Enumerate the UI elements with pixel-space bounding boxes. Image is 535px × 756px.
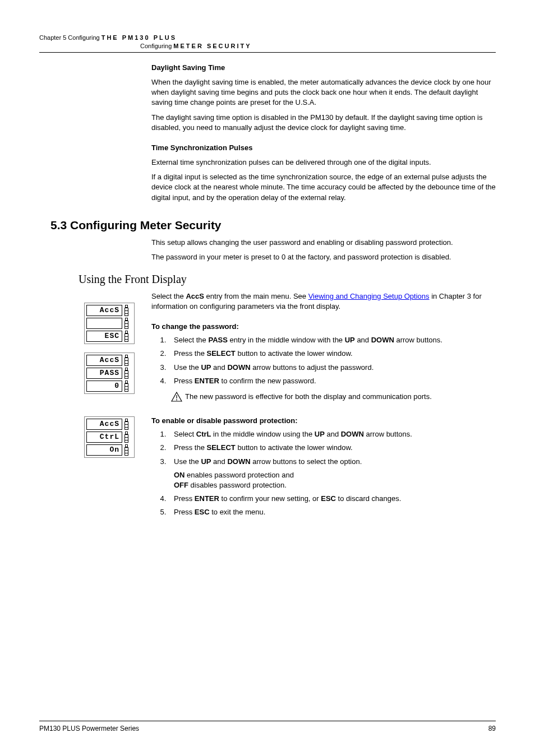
enter-bold: ENTER [195,377,219,385]
t: to discard changes. [336,494,401,503]
off-bold: OFF [174,481,188,489]
seg-d1-r2 [86,318,122,329]
t: and [325,430,341,438]
t: arrow buttons to adjust the password. [251,363,374,372]
battery-icon [124,355,128,366]
t: button to activate the lower window. [236,349,353,358]
t: Select the [174,336,208,344]
t: Select the [151,292,186,300]
t: Use the [174,457,201,466]
t: arrow buttons to select the option. [251,457,362,466]
page-header: Chapter 5 Configuring THE PM130 PLUS Con… [39,34,496,53]
front-intro: Select the AccS entry from the main menu… [151,291,496,312]
on-bold: ON [174,471,185,479]
dst-p2: The daylight saving time option is disab… [151,113,496,133]
dst-heading: Daylight Saving Time [151,63,496,73]
down-bold: DOWN [341,430,364,438]
change-pw-step-4: Press ENTER to confirm the new password. [168,376,496,386]
t: in the middle window using the [211,430,314,438]
t: Select [174,430,196,438]
seg-d3-r1: AccS [86,419,122,430]
enter-bold: ENTER [195,494,219,503]
seg-d2-r1: AccS [86,355,122,366]
battery-icon [124,432,128,443]
battery-icon [124,381,128,392]
esc-bold: ESC [321,494,336,503]
t: disables password protection. [188,481,287,489]
page-footer: PM130 PLUS Powermeter Series 89 [39,721,496,734]
display-module-1: AccS ESC [84,303,135,344]
t: arrow buttons. [364,430,412,438]
t: and [355,336,371,344]
t: Press [174,508,195,516]
seg-d3-r3: On [86,444,122,456]
footer-left: PM130 PLUS Powermeter Series [39,724,139,734]
t: and [211,363,227,372]
battery-icon [124,318,128,329]
battery-icon [124,419,128,430]
down-bold: DOWN [227,363,250,372]
seg-d2-r2: PASS [86,368,122,379]
warning-icon [168,392,185,406]
t: arrow buttons. [394,336,442,344]
change-pw-step-3: Use the UP and DOWN arrow buttons to adj… [168,363,496,373]
up-bold: UP [315,430,325,438]
up-bold: UP [345,336,355,344]
enable-pw-step-4: Press ENTER to confirm your new setting,… [168,494,496,504]
enable-pw-step-5: Press ESC to exit the menu. [168,507,496,517]
t: Press [174,494,195,503]
change-pw-step-1: Select the PASS entry in the middle wind… [168,335,496,345]
display-module-3: AccS CtrL On [84,416,135,458]
battery-icon [124,368,128,379]
t: entry from the main menu. See [204,292,308,300]
header-spaced-1: THE PM130 PLUS [102,34,177,41]
dst-p1: When the daylight saving time is enabled… [151,77,496,108]
t: enables password protection and [185,471,294,479]
t: Press the [174,349,207,358]
select-bold: SELECT [207,443,236,452]
down-bold: DOWN [227,457,250,466]
t: to confirm the new password. [219,377,316,385]
up-bold: UP [201,363,211,372]
pass-bold: PASS [208,336,227,344]
select-bold: SELECT [207,349,236,358]
seg-d3-r2: CtrL [86,432,122,443]
t: button to activate the lower window. [236,443,353,452]
t: Press [174,377,195,385]
seg-d1-r3: ESC [86,331,122,342]
sec53-p1: This setup allows changing the user pass… [151,238,496,248]
seg-d1-r1: AccS [86,305,122,316]
ctrl-bold: CtrL [196,430,211,438]
footer-page-number: 89 [488,724,496,734]
svg-point-1 [176,400,177,401]
battery-icon [124,444,128,456]
battery-icon [124,331,128,342]
t: to confirm your new setting, or [219,494,321,503]
enable-pw-step-3: Use the UP and DOWN arrow buttons to sel… [168,457,496,491]
tsp-p1: External time synchronization pulses can… [151,157,496,168]
tsp-heading: Time Synchronization Pulses [151,143,496,153]
t: to exit the menu. [210,508,266,516]
section-5-3-title: 5.3 Configuring Meter Security [50,217,496,233]
change-pw-step-2: Press the SELECT button to activate the … [168,349,496,359]
esc-bold: ESC [195,508,210,516]
t: and [211,457,227,466]
front-display-heading: Using the Front Display [79,271,496,287]
seg-d2-r3: 0 [86,381,122,392]
enable-pw-heading: To enable or disable password protection… [151,416,496,426]
header-sub: Configuring [140,43,172,49]
up-bold: UP [201,457,211,466]
sec53-p2: The password in your meter is preset to … [151,252,496,262]
display-module-2: AccS PASS 0 [84,353,135,394]
t: Use the [174,363,201,372]
header-spaced-2: METER SECURITY [173,43,251,49]
t: entry in the middle window with the [228,336,345,344]
battery-icon [124,305,128,316]
accs-bold: AccS [186,292,204,300]
warning-text: The new password is effective for both t… [185,392,432,402]
t: Press the [174,443,207,452]
viewing-changing-link[interactable]: Viewing and Changing Setup Options [308,292,430,300]
change-pw-heading: To change the password: [151,322,496,332]
header-chapter: Chapter 5 Configuring [39,34,100,41]
tsp-p2: If a digital input is selected as the ti… [151,172,496,203]
